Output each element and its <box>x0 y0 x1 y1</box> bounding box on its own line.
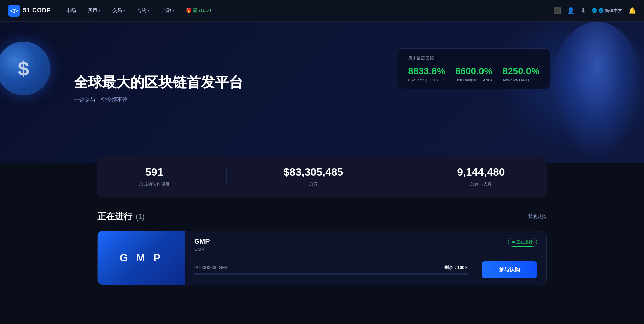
hero-coin: $ <box>0 35 60 109</box>
stat-label: Defi Land(DEFILAND) <box>455 78 493 82</box>
ongoing-section: 正在进行 (1) 我的认购 G M P GMP GMP 正在进行 <box>0 197 644 298</box>
nav-item-market[interactable]: 市场 <box>62 6 81 16</box>
navbar-right: ⬛ 👤 ⬇ 🌐 🌐 简体中文 🔔 <box>554 7 636 14</box>
navbar-nav: 市场 买币 ▾ 交易 ▾ 合约 ▾ 金融 ▾ 🎁 赢$1000 <box>62 6 554 16</box>
progress-bar-bg <box>194 273 468 275</box>
nav-gift[interactable]: 🎁 赢$1000 <box>181 6 216 16</box>
coin-symbol: $ <box>18 57 29 80</box>
stats-card-row: 8833.8% PixeVerse(PIXEL) 8600.0% Defi La… <box>408 66 540 82</box>
number-item-total: $83,305,485 总额 <box>283 166 343 187</box>
stats-card-title: 历史最高回报 <box>408 55 540 62</box>
card-name: GMP <box>194 238 210 245</box>
logo-text: 51 CODE <box>23 7 51 14</box>
stat-value: 8600.0% <box>455 66 493 77</box>
stat-label: ArtWallet(1ART) <box>502 78 540 82</box>
coin-circle: $ <box>0 42 50 95</box>
number-label: 总额 <box>283 181 343 187</box>
nav-item-trade[interactable]: 交易 ▾ <box>108 6 130 16</box>
stat-item-defiland: 8600.0% Defi Land(DEFILAND) <box>455 66 493 82</box>
divider <box>226 168 227 185</box>
stat-item-artwallet: 8250.0% ArtWallet(1ART) <box>502 66 540 82</box>
stat-value: 8250.0% <box>502 66 540 77</box>
number-item-projects: 591 总成功认购项目 <box>139 166 170 187</box>
ongoing-title: 正在进行 (1) <box>97 211 145 222</box>
nav-item-contract[interactable]: 合约 ▾ <box>132 6 154 16</box>
card-info: GMP GMP <box>194 238 210 252</box>
stat-item-pixel: 8833.8% PixeVerse(PIXEL) <box>408 66 445 82</box>
numbers-section: 591 总成功认购项目 $83,305,485 总额 9,144,480 总参与… <box>97 156 547 197</box>
globe-icon: 🌐 <box>592 8 597 13</box>
number-value: $83,305,485 <box>283 166 343 178</box>
card-image: G M P <box>98 231 185 285</box>
divider <box>400 168 400 185</box>
chevron-down-icon: ▾ <box>99 9 100 12</box>
download-icon[interactable]: ⬇ <box>581 7 586 14</box>
number-value: 591 <box>139 166 170 178</box>
stats-card: 历史最高回报 8833.8% PixeVerse(PIXEL) 8600.0% … <box>398 48 550 89</box>
hero-section: $ 全球最大的区块链首发平台 一键参与，空投领不停 历史最高回报 8833.8%… <box>0 22 644 163</box>
card-bottom: 0/79000000 GMP 剩余：100% 参与认购 <box>194 261 537 278</box>
nav-item-finance[interactable]: 金融 ▾ <box>157 6 179 16</box>
nav-item-buy[interactable]: 买币 ▾ <box>83 6 105 16</box>
hero-jellyfish <box>550 22 644 163</box>
logo-icon: ◁▷ <box>8 5 20 17</box>
navbar: ◁▷ 51 CODE 市场 买币 ▾ 交易 ▾ 合约 ▾ 金融 ▾ 🎁 赢$10… <box>0 0 644 22</box>
progress-labels: 0/79000000 GMP 剩余：100% <box>194 265 468 271</box>
ongoing-header: 正在进行 (1) 我的认购 <box>97 211 547 222</box>
chevron-down-icon: ▾ <box>172 9 174 12</box>
progress-section: 0/79000000 GMP 剩余：100% <box>194 265 468 275</box>
number-item-participants: 9,144,480 总参与人数 <box>457 166 505 187</box>
progress-remaining: 剩余：100% <box>444 265 468 271</box>
number-label: 总参与人数 <box>457 181 505 187</box>
ongoing-title-text: 正在进行 <box>97 211 132 222</box>
number-value: 9,144,480 <box>457 166 505 178</box>
card-ticker: GMP <box>194 247 210 252</box>
ongoing-count: (1) <box>136 212 145 221</box>
stat-value: 8833.8% <box>408 66 445 77</box>
status-dot <box>512 241 515 243</box>
bell-icon[interactable]: 🔔 <box>629 7 636 14</box>
jellyfish-shape <box>550 22 644 163</box>
logo[interactable]: ◁▷ 51 CODE <box>8 5 51 17</box>
status-badge: 正在进行 <box>508 238 537 247</box>
project-card: G M P GMP GMP 正在进行 0/79000000 GMP <box>97 231 547 285</box>
copy-icon[interactable]: ⬛ <box>554 7 561 14</box>
language-selector[interactable]: 🌐 🌐 简体中文 <box>592 8 623 14</box>
card-top: GMP GMP 正在进行 <box>194 238 537 252</box>
number-label: 总成功认购项目 <box>139 181 170 187</box>
chevron-down-icon: ▾ <box>123 9 125 12</box>
my-subscription-link[interactable]: 我的认购 <box>528 214 547 220</box>
card-body: GMP GMP 正在进行 0/79000000 GMP 剩余：100% <box>185 231 546 285</box>
subscribe-button[interactable]: 参与认购 <box>482 261 537 278</box>
progress-amount: 0/79000000 GMP <box>194 265 229 270</box>
chevron-down-icon: ▾ <box>148 9 149 12</box>
card-image-text: G M P <box>120 252 164 264</box>
stat-label: PixeVerse(PIXEL) <box>408 78 445 82</box>
user-icon[interactable]: 👤 <box>567 7 574 14</box>
